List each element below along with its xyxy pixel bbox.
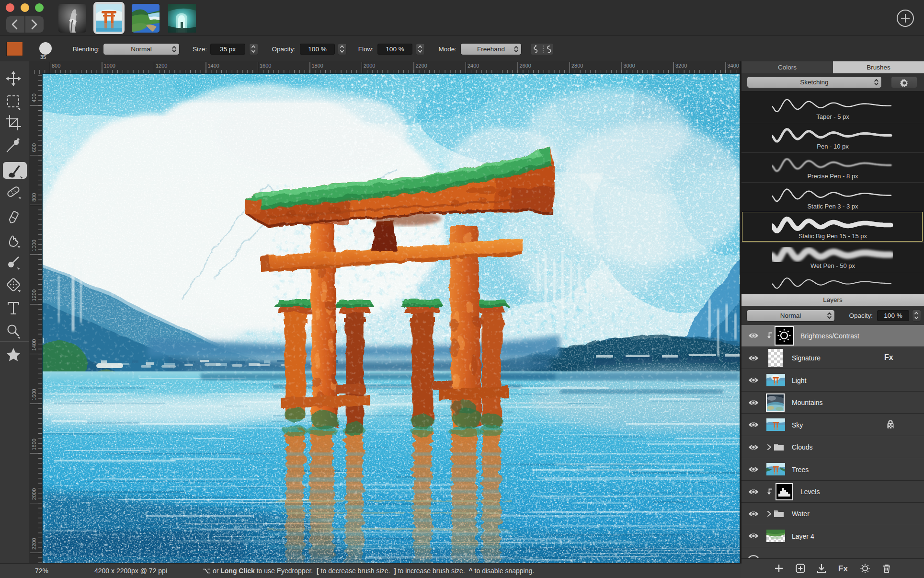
svg-text:3000: 3000 bbox=[624, 63, 635, 69]
svg-text:1600: 1600 bbox=[260, 63, 271, 69]
svg-text:1800: 1800 bbox=[31, 439, 37, 450]
svg-text:3200: 3200 bbox=[675, 63, 687, 69]
svg-text:1200: 1200 bbox=[156, 63, 167, 69]
svg-text:400: 400 bbox=[31, 93, 37, 102]
svg-text:2200: 2200 bbox=[416, 63, 427, 69]
svg-text:600: 600 bbox=[31, 143, 37, 152]
svg-text:1800: 1800 bbox=[312, 63, 323, 69]
svg-text:2600: 2600 bbox=[520, 63, 531, 69]
svg-text:2800: 2800 bbox=[571, 63, 583, 69]
svg-text:1000: 1000 bbox=[104, 63, 115, 69]
svg-text:3400: 3400 bbox=[728, 63, 739, 69]
svg-text:1200: 1200 bbox=[31, 289, 37, 301]
svg-text:Fx: Fx bbox=[838, 564, 848, 573]
svg-text:2000: 2000 bbox=[364, 63, 375, 69]
svg-text:2200: 2200 bbox=[31, 538, 37, 549]
svg-text:800: 800 bbox=[52, 63, 60, 69]
svg-text:1000: 1000 bbox=[31, 240, 37, 251]
svg-text:1400: 1400 bbox=[31, 339, 37, 351]
svg-text:2000: 2000 bbox=[31, 488, 37, 500]
svg-text:1400: 1400 bbox=[208, 63, 219, 69]
svg-text:2400: 2400 bbox=[468, 63, 479, 69]
svg-text:1600: 1600 bbox=[31, 389, 37, 400]
svg-text:800: 800 bbox=[31, 193, 37, 202]
